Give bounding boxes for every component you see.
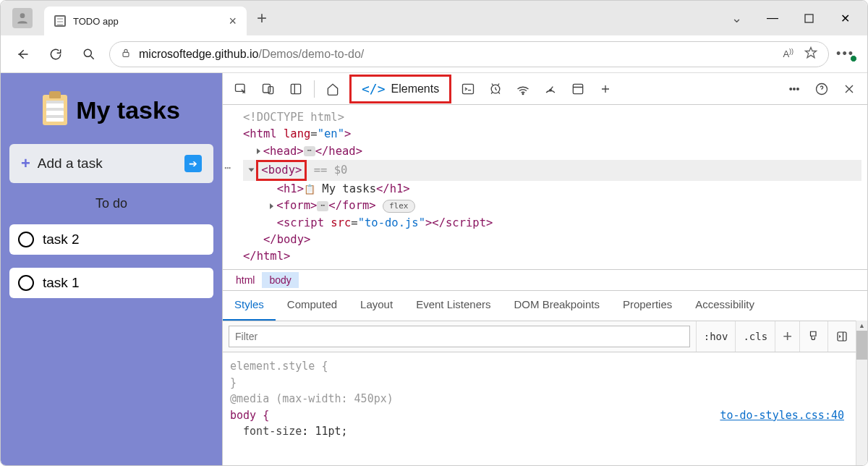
url-text: microsoftedge.github.io/Demos/demo-to-do… — [139, 48, 364, 61]
subtab-layout[interactable]: Layout — [349, 291, 404, 321]
svg-rect-1 — [805, 14, 813, 22]
tab-title: TODO app — [73, 16, 221, 27]
cls-toggle[interactable]: .cls — [735, 321, 775, 352]
address-bar[interactable]: microsoftedge.github.io/Demos/demo-to-do… — [109, 41, 829, 67]
task-name: task 1 — [43, 275, 80, 291]
window-maximize[interactable] — [792, 7, 825, 30]
app-title-text: My tasks — [76, 96, 180, 124]
add-task-input[interactable]: + Add a task ➔ — [9, 144, 213, 183]
nav-search-button[interactable] — [76, 41, 102, 67]
svg-rect-4 — [236, 84, 245, 91]
nav-refresh-button[interactable] — [43, 41, 69, 67]
network-tab-icon[interactable] — [509, 77, 537, 101]
styles-subtabs: Styles Computed Layout Event Listeners D… — [223, 290, 867, 321]
subtab-styles[interactable]: Styles — [223, 291, 276, 321]
svg-point-11 — [550, 89, 552, 91]
profile-avatar[interactable] — [12, 8, 33, 28]
styles-toolbar: :hov .cls + — [223, 321, 856, 352]
submit-arrow-icon[interactable]: ➔ — [184, 155, 202, 172]
tab-close-icon[interactable]: × — [229, 14, 237, 29]
todo-section-label: To do — [9, 196, 213, 211]
address-bar-row: microsoftedge.github.io/Demos/demo-to-do… — [1, 35, 867, 73]
devtools-more-icon[interactable]: ••• — [780, 77, 808, 101]
computed-sidebar-icon[interactable] — [827, 321, 856, 352]
subtab-properties[interactable]: Properties — [611, 291, 684, 321]
devtools-toolbar: </> Elements ••• — [223, 73, 867, 105]
styles-scrollbar[interactable]: ▲ — [856, 321, 867, 466]
subtab-eventlisteners[interactable]: Event Listeners — [404, 291, 502, 321]
svg-rect-3 — [123, 52, 129, 56]
css-source-link[interactable]: to-do-styles.css:40 — [720, 407, 844, 424]
site-lock-icon[interactable] — [120, 47, 132, 61]
inspect-element-icon[interactable] — [227, 77, 255, 101]
svg-rect-7 — [291, 84, 300, 93]
more-tabs-icon[interactable] — [592, 77, 619, 101]
new-tab-button[interactable]: + — [257, 8, 267, 28]
add-task-placeholder: Add a task — [38, 156, 177, 171]
subtab-accessibility[interactable]: Accessibility — [684, 291, 766, 321]
browser-menu-button[interactable]: ••• — [836, 46, 854, 62]
crumb-body[interactable]: body — [262, 272, 298, 288]
styles-filter-input[interactable] — [229, 326, 690, 347]
dom-selected-body[interactable]: ⋯ <body> == $0 — [243, 160, 861, 181]
new-rule-button[interactable]: + — [775, 321, 799, 352]
svg-rect-14 — [838, 332, 846, 341]
subtab-computed[interactable]: Computed — [276, 291, 349, 321]
svg-rect-8 — [463, 84, 474, 93]
nav-back-button[interactable] — [9, 41, 35, 67]
app-title: My tasks — [9, 95, 213, 125]
clipboard-icon — [43, 95, 67, 125]
device-emulation-icon[interactable] — [255, 77, 282, 101]
welcome-tab-icon[interactable] — [319, 77, 346, 101]
window-close[interactable]: ✕ — [828, 7, 861, 30]
devtools-help-icon[interactable] — [808, 77, 835, 101]
svg-point-2 — [84, 49, 91, 56]
elements-tab[interactable]: </> Elements — [349, 75, 451, 103]
task-name: task 2 — [43, 232, 80, 247]
memory-tab-icon[interactable] — [564, 77, 592, 101]
browser-tab[interactable]: TODO app × — [44, 7, 247, 35]
plus-icon: + — [21, 154, 30, 173]
performance-tab-icon[interactable] — [537, 77, 564, 101]
sources-tab-icon[interactable] — [482, 77, 509, 101]
css-rules-view[interactable]: element.style { } @media (max-width: 450… — [223, 352, 856, 446]
dom-breadcrumbs[interactable]: htmlbody — [223, 269, 867, 290]
paintbrush-icon[interactable] — [799, 321, 827, 352]
favorite-star-icon[interactable] — [804, 46, 818, 62]
browser-titlebar: TODO app × + ⌄ — ✕ — [1, 1, 867, 35]
window-minimize[interactable]: — — [756, 7, 789, 30]
hov-toggle[interactable]: :hov — [696, 321, 736, 352]
subtab-dombreakpoints[interactable]: DOM Breakpoints — [503, 291, 611, 321]
console-tab-icon[interactable] — [454, 77, 482, 101]
elements-tab-label: Elements — [391, 82, 440, 96]
read-aloud-icon[interactable]: A)) — [783, 48, 793, 59]
task-checkbox[interactable] — [18, 275, 34, 291]
tab-favicon — [54, 15, 66, 27]
task-item[interactable]: task 2 — [9, 224, 213, 255]
devtools-panel: </> Elements ••• <!DOCTYPE html> <html l… — [222, 73, 867, 466]
todo-app-panel: My tasks + Add a task ➔ To do task 2 tas… — [1, 73, 222, 466]
svg-rect-12 — [574, 84, 583, 93]
activity-bar-icon[interactable] — [282, 77, 310, 101]
dom-tree[interactable]: <!DOCTYPE html> <html lang="en"> <head>⋯… — [223, 105, 867, 269]
task-item[interactable]: task 1 — [9, 268, 213, 298]
svg-point-10 — [522, 93, 524, 94]
svg-point-0 — [20, 13, 25, 18]
window-controls: ⌄ — ✕ — [720, 7, 861, 30]
task-checkbox[interactable] — [18, 232, 34, 247]
crumb-html[interactable]: html — [229, 272, 262, 288]
tab-actions-chevron-icon[interactable]: ⌄ — [720, 7, 753, 30]
svg-rect-5 — [263, 84, 271, 93]
code-brackets-icon: </> — [362, 81, 386, 96]
devtools-close-icon[interactable] — [835, 77, 863, 101]
